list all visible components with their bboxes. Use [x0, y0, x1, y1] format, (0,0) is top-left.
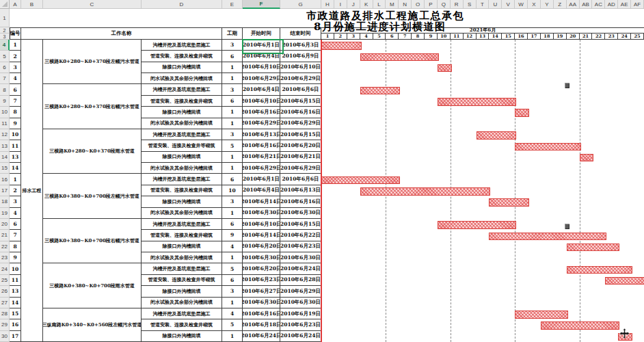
- duration-cell[interactable]: 3: [222, 129, 243, 140]
- start-date-cell[interactable]: 2010年6月30日: [243, 298, 280, 308]
- no-cell[interactable]: 8: [10, 107, 21, 118]
- row-header-21[interactable]: 21: [0, 230, 10, 241]
- day-header-cell[interactable]: 18: [541, 34, 554, 40]
- task-name-cell[interactable]: 除接口外沟槽回填: [142, 152, 222, 163]
- start-date-cell[interactable]: 2010年6月1日: [243, 174, 280, 185]
- no-cell[interactable]: 2: [10, 51, 21, 62]
- end-date-cell[interactable]: 2010年6月6日: [280, 174, 321, 185]
- gantt-bar[interactable]: [515, 143, 580, 151]
- task-name-cell[interactable]: 除接口外沟槽回填: [142, 241, 222, 252]
- gantt-bar[interactable]: [489, 233, 606, 241]
- end-date-cell[interactable]: 2010年6月15日: [280, 129, 321, 140]
- header-start-cell[interactable]: 开始时间: [243, 27, 280, 40]
- start-date-cell[interactable]: 2010年6月23日: [243, 275, 280, 286]
- no-cell[interactable]: 7: [10, 96, 21, 107]
- day-header-cell[interactable]: 11: [451, 34, 464, 40]
- row-header-25[interactable]: 25: [0, 275, 10, 286]
- column-header-N[interactable]: N: [399, 0, 412, 9]
- day-header-cell[interactable]: 5: [373, 34, 386, 40]
- no-cell[interactable]: 4: [10, 208, 21, 219]
- end-date-cell[interactable]: 2010年6月29日: [280, 118, 321, 129]
- task-name-cell[interactable]: 除接口外沟槽回填: [142, 331, 222, 342]
- task-name-cell[interactable]: 闭水试验及其余部分沟槽回填: [142, 208, 222, 219]
- day-header-cell[interactable]: 17: [528, 34, 541, 40]
- group-name-cell[interactable]: 三横路K0+280~K0+370段左幅污水管道: [43, 40, 142, 84]
- embedded-object-icon[interactable]: [565, 83, 569, 88]
- no-cell[interactable]: 3: [10, 196, 21, 207]
- task-name-cell[interactable]: 管道安装、连接及检查井砌筑: [142, 319, 222, 330]
- day-header-cell[interactable]: 21: [580, 34, 593, 40]
- column-header-H[interactable]: H: [321, 0, 334, 9]
- end-date-cell[interactable]: 2010年6月30日: [280, 298, 321, 308]
- group-name-cell[interactable]: 三横路K0+280~K0+370段右幅污水管道: [43, 84, 142, 129]
- row-header-11[interactable]: 11: [0, 118, 10, 129]
- start-date-cell[interactable]: 2010年6月13日: [243, 129, 280, 140]
- task-name-cell[interactable]: 除接口外沟槽回填: [142, 62, 222, 73]
- end-date-cell[interactable]: 2010年6月22日: [280, 230, 321, 241]
- duration-cell[interactable]: 4: [222, 241, 243, 252]
- end-date-cell[interactable]: 2010年6月19日: [280, 308, 321, 319]
- start-date-cell[interactable]: 2010年6月16日: [243, 107, 280, 118]
- end-date-cell[interactable]: 2010年6月24日: [280, 331, 321, 342]
- day-header-cell[interactable]: 8: [412, 34, 425, 40]
- row-header-17[interactable]: 17: [0, 185, 10, 196]
- task-name-cell[interactable]: 闭水试验及其余部分沟槽回填: [142, 298, 222, 308]
- gantt-bar[interactable]: [605, 277, 644, 285]
- column-header-T[interactable]: T: [477, 0, 489, 9]
- task-name-cell[interactable]: 沟槽开挖及基坑底垫层施工: [142, 40, 222, 51]
- no-cell[interactable]: 6: [10, 84, 21, 95]
- column-header-K[interactable]: K: [360, 0, 373, 9]
- group-name-cell[interactable]: 三横路K0+380~K0+700段左幅污水管道: [43, 174, 142, 218]
- row-header-29[interactable]: 29: [0, 319, 10, 330]
- duration-cell[interactable]: 1: [222, 62, 243, 73]
- task-name-cell[interactable]: 除接口外沟槽回填: [142, 196, 222, 207]
- no-cell[interactable]: 4: [10, 73, 21, 84]
- row-header-16[interactable]: 16: [0, 174, 10, 185]
- group-name-cell[interactable]: 三横路K0+380~K0+700段右幅污水管道: [43, 219, 142, 263]
- row-header-5[interactable]: 5: [0, 51, 10, 62]
- no-cell[interactable]: 13: [10, 286, 21, 297]
- end-date-cell[interactable]: 2010年6月21日: [280, 152, 321, 163]
- gantt-bar[interactable]: [567, 266, 632, 274]
- task-name-cell[interactable]: 管道安装、连接及检查井砌筑: [142, 51, 222, 62]
- end-date-cell[interactable]: 2010年6月28日: [280, 275, 321, 286]
- row-header-7[interactable]: 7: [0, 73, 10, 84]
- no-cell[interactable]: 10: [10, 129, 21, 140]
- gantt-bar[interactable]: [580, 154, 594, 162]
- task-name-cell[interactable]: 沟槽开挖及基坑底垫层施工: [142, 129, 222, 140]
- column-header-AC[interactable]: AC: [592, 0, 605, 9]
- embedded-object-icon[interactable]: [565, 224, 569, 229]
- no-cell[interactable]: 16: [10, 319, 21, 330]
- end-date-cell[interactable]: 2010年6月3日: [280, 40, 321, 51]
- end-date-cell[interactable]: 2010年6月13日: [280, 185, 321, 196]
- duration-cell[interactable]: 1: [222, 331, 243, 342]
- start-date-cell[interactable]: 2010年6月14日: [243, 196, 280, 207]
- column-header-A[interactable]: A: [10, 0, 21, 9]
- end-date-cell[interactable]: 2010年6月23日: [280, 241, 321, 252]
- task-name-cell[interactable]: 管道安装、连接及检查井砌筑: [142, 230, 222, 241]
- task-name-cell[interactable]: 沟槽开挖及基坑底垫层施工: [142, 263, 222, 274]
- start-date-cell[interactable]: 2010年6月24日: [243, 331, 280, 342]
- category-cell[interactable]: 排水工程: [21, 40, 43, 342]
- header-duration-cell[interactable]: 工期: [222, 27, 243, 40]
- start-date-cell[interactable]: 2010年6月29日: [243, 163, 280, 174]
- column-header-X[interactable]: X: [528, 0, 541, 9]
- column-header-AF[interactable]: AF: [631, 0, 644, 9]
- row-header-26[interactable]: 26: [0, 286, 10, 297]
- no-cell[interactable]: 13: [10, 152, 21, 163]
- duration-cell[interactable]: 1: [222, 298, 243, 308]
- start-date-cell[interactable]: 2010年6月4日: [243, 84, 280, 95]
- end-date-cell[interactable]: 2010年6月16日: [280, 107, 321, 118]
- end-date-cell[interactable]: 2010年6月9日: [280, 51, 321, 62]
- no-cell[interactable]: 8: [10, 241, 21, 252]
- day-header-cell[interactable]: 3: [347, 34, 360, 40]
- row-header-27[interactable]: 27: [0, 298, 10, 308]
- start-date-cell[interactable]: 2010年6月20日: [243, 241, 280, 252]
- start-date-cell[interactable]: 2010年6月29日: [243, 118, 280, 129]
- end-date-cell[interactable]: 2010年6月29日: [280, 73, 321, 84]
- day-header-cell[interactable]: 19: [554, 34, 567, 40]
- column-header-AE[interactable]: AE: [618, 0, 631, 9]
- end-date-cell[interactable]: 2010年6月6日: [280, 84, 321, 95]
- column-header-J[interactable]: J: [347, 0, 360, 9]
- task-name-cell[interactable]: 管道安装、连接及检查井砌筑: [142, 185, 222, 196]
